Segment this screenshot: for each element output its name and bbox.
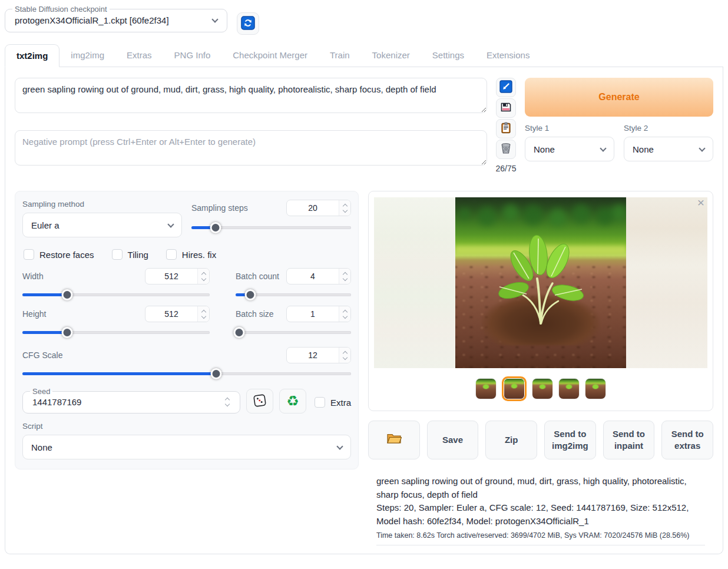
checkpoint-dropdown[interactable]: protogenX34OfficialR_1.ckpt [60fe2f34] — [11, 14, 221, 29]
clear-prompt-button[interactable] — [496, 140, 516, 159]
slider-thumb[interactable] — [211, 368, 222, 379]
prompt-input[interactable]: green sapling rowing out of ground, mud,… — [15, 78, 487, 113]
tiling-checkbox[interactable]: Tiling — [112, 249, 148, 260]
batch-count-label: Batch count — [236, 272, 279, 281]
gallery-panel: × — [368, 191, 713, 411]
slider-thumb[interactable] — [62, 327, 73, 338]
width-input[interactable]: 512 — [145, 268, 210, 284]
slider-thumb[interactable] — [233, 327, 244, 338]
save-style-button[interactable] — [496, 98, 516, 118]
gallery-thumbnail[interactable] — [475, 378, 497, 399]
txt2img-panel: green sapling rowing out of ground, mud,… — [5, 67, 723, 554]
gallery-thumbnail-selected[interactable] — [502, 376, 527, 401]
checkbox-box[interactable] — [166, 249, 177, 260]
negative-prompt-input[interactable] — [15, 130, 487, 166]
refresh-icon — [241, 16, 255, 32]
extra-seed-checkbox[interactable]: Extra — [315, 397, 351, 408]
height-label: Height — [22, 309, 46, 319]
paste-params-icon — [499, 80, 512, 95]
checkbox-box[interactable] — [24, 249, 34, 260]
open-folder-button[interactable] — [368, 421, 420, 459]
chevron-down-icon — [699, 145, 705, 151]
tab-tokenizer[interactable]: Tokenizer — [361, 44, 421, 67]
settings-panel: Sampling method Euler a Sampling steps 2… — [15, 191, 359, 469]
checkbox-box[interactable] — [315, 397, 325, 408]
cfg-scale-input[interactable]: 12 — [286, 347, 351, 363]
reuse-seed-button[interactable]: ♻ — [279, 389, 306, 413]
tab-checkpoint-merger[interactable]: Checkpoint Merger — [221, 44, 319, 67]
gallery-thumbnail[interactable] — [532, 378, 553, 399]
zip-button[interactable]: Zip — [485, 421, 537, 459]
script-value: None — [31, 442, 52, 452]
style1-value: None — [534, 144, 555, 154]
stepper-buttons[interactable] — [339, 348, 350, 363]
token-counter: 26/75 — [495, 164, 516, 173]
sampling-method-value: Euler a — [31, 220, 59, 230]
batch-size-input[interactable]: 1 — [286, 306, 351, 322]
sampling-steps-label: Sampling steps — [191, 203, 248, 213]
cfg-scale-slider[interactable] — [22, 368, 351, 379]
save-button[interactable]: Save — [427, 421, 479, 459]
chevron-down-icon — [167, 221, 174, 227]
style2-value: None — [633, 144, 654, 154]
batch-count-slider[interactable] — [236, 289, 351, 300]
apply-style-icon — [500, 122, 512, 135]
main-tabs: txt2img img2img Extras PNG Info Checkpoi… — [5, 44, 723, 67]
sampling-steps-slider[interactable] — [191, 222, 351, 233]
stepper-buttons[interactable] — [339, 200, 350, 216]
style2-dropdown[interactable]: None — [624, 137, 713, 161]
batch-size-label: Batch size — [236, 309, 274, 319]
batch-count-input[interactable]: 4 — [286, 268, 351, 284]
output-performance-text: Time taken: 8.62s Torch active/reserved:… — [376, 531, 705, 545]
style1-dropdown[interactable]: None — [525, 137, 614, 161]
tab-extras[interactable]: Extras — [115, 44, 163, 67]
stepper-buttons[interactable] — [339, 306, 350, 322]
tab-txt2img[interactable]: txt2img — [5, 44, 59, 67]
send-to-img2img-button[interactable]: Send to img2img — [544, 421, 596, 459]
restore-faces-checkbox[interactable]: Restore faces — [24, 249, 94, 260]
slider-thumb[interactable] — [245, 289, 256, 300]
tab-settings[interactable]: Settings — [421, 44, 475, 67]
height-input[interactable]: 512 — [145, 306, 210, 322]
style1-label: Style 1 — [525, 124, 614, 133]
sampling-method-dropdown[interactable]: Euler a — [22, 213, 182, 237]
stepper-buttons[interactable] — [222, 397, 233, 407]
tab-png-info[interactable]: PNG Info — [163, 44, 222, 67]
dice-icon — [253, 394, 266, 409]
height-slider[interactable] — [22, 327, 210, 338]
close-icon[interactable]: × — [696, 195, 706, 210]
tab-extensions[interactable]: Extensions — [475, 44, 541, 67]
random-seed-button[interactable] — [246, 389, 273, 413]
chevron-down-icon — [600, 145, 606, 151]
generation-info: green sapling rowing out of ground, mud,… — [376, 475, 705, 545]
image-sapling — [489, 224, 593, 330]
gallery-thumbnail[interactable] — [585, 378, 606, 399]
hires-fix-checkbox[interactable]: Hires. fix — [166, 249, 216, 260]
checkbox-box[interactable] — [112, 249, 123, 260]
batch-size-slider[interactable] — [236, 327, 351, 338]
generate-button[interactable]: Generate — [525, 78, 713, 117]
stepper-buttons[interactable] — [197, 306, 209, 322]
send-to-extras-button[interactable]: Send to extras — [661, 421, 713, 459]
save-style-icon — [500, 101, 512, 115]
generated-image[interactable] — [455, 197, 626, 368]
tab-train[interactable]: Train — [319, 44, 361, 67]
gallery-blur-left — [374, 197, 455, 368]
sampling-steps-input[interactable]: 20 — [286, 200, 351, 216]
gallery-thumbnail[interactable] — [558, 378, 580, 399]
clear-prompt-icon — [500, 143, 512, 156]
paste-params-button[interactable] — [496, 78, 516, 97]
width-slider[interactable] — [22, 289, 210, 300]
stepper-buttons[interactable] — [339, 269, 350, 284]
image-actions: Save Zip Send to img2img Send to inpaint… — [368, 421, 713, 459]
style2-label: Style 2 — [624, 124, 713, 133]
script-dropdown[interactable]: None — [22, 435, 351, 459]
slider-thumb[interactable] — [210, 222, 221, 233]
seed-input[interactable]: 1441787169 — [29, 396, 234, 411]
slider-thumb[interactable] — [62, 289, 73, 300]
refresh-checkpoints-button[interactable] — [237, 12, 259, 35]
stepper-buttons[interactable] — [197, 269, 209, 284]
tab-img2img[interactable]: img2img — [59, 44, 115, 67]
apply-style-button[interactable] — [496, 119, 516, 138]
send-to-inpaint-button[interactable]: Send to inpaint — [603, 421, 655, 459]
